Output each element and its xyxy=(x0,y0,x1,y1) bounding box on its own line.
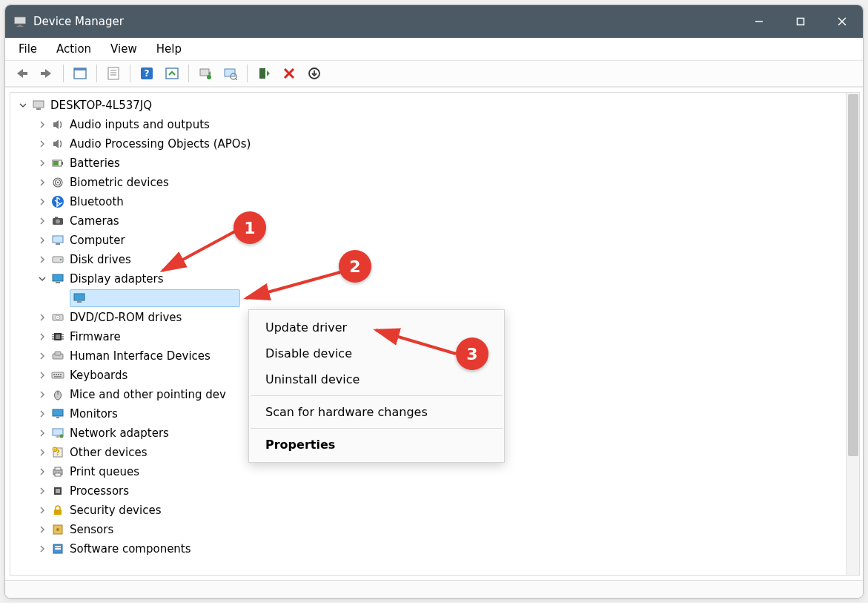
tree-category[interactable]: Audio Processing Objects (APOs) xyxy=(10,134,859,154)
chevron-right-icon[interactable] xyxy=(36,330,49,343)
chevron-right-icon[interactable] xyxy=(36,234,49,247)
ctx-disable-device[interactable]: Disable device xyxy=(249,340,504,366)
update-driver-button[interactable] xyxy=(193,63,217,84)
svg-rect-39 xyxy=(53,236,63,243)
help-button[interactable]: ? xyxy=(135,63,159,84)
tree-category[interactable]: Biometric devices xyxy=(10,173,859,192)
network-icon xyxy=(50,426,65,441)
svg-rect-30 xyxy=(62,162,63,165)
toolbar: ? xyxy=(5,60,863,87)
toolbar-separator xyxy=(188,65,189,82)
svg-rect-1 xyxy=(19,25,22,27)
ctx-properties[interactable]: Properties xyxy=(249,432,504,458)
unknown-icon: ?! xyxy=(50,445,65,460)
tree-category[interactable]: Display adapters xyxy=(10,269,859,289)
minimize-button[interactable] xyxy=(738,5,780,38)
tree-category[interactable]: Computer xyxy=(10,231,859,250)
tree-category-label: Cameras xyxy=(70,216,119,227)
tree-category[interactable]: Software components xyxy=(10,539,859,558)
printer-icon xyxy=(50,464,65,479)
chevron-right-icon[interactable] xyxy=(36,484,49,498)
refresh-button[interactable] xyxy=(160,63,184,84)
tree-category[interactable]: Security devices xyxy=(10,501,859,520)
tree-category-label: Audio Processing Objects (APOs) xyxy=(70,139,251,150)
disable-device-button[interactable] xyxy=(277,63,301,84)
tree-category-label: Software components xyxy=(70,544,191,555)
tree-category[interactable]: Audio inputs and outputs xyxy=(10,115,859,134)
tree-category-label: Disk drives xyxy=(70,254,131,266)
close-button[interactable] xyxy=(821,5,863,38)
chevron-right-icon[interactable] xyxy=(36,388,49,401)
forward-button[interactable] xyxy=(35,63,59,84)
svg-rect-38 xyxy=(55,217,58,219)
titlebar: Device Manager xyxy=(5,5,863,38)
tree-category[interactable]: Bluetooth xyxy=(10,192,859,211)
chevron-right-icon[interactable] xyxy=(36,137,49,151)
svg-rect-80 xyxy=(56,489,60,493)
tree-category-label: Firmware xyxy=(70,332,121,343)
vertical-scrollbar[interactable] xyxy=(846,93,859,575)
tree-category[interactable]: Cameras xyxy=(10,211,859,231)
chevron-right-icon[interactable] xyxy=(36,311,49,324)
sensor-icon xyxy=(50,522,65,537)
scroll-thumb[interactable] xyxy=(848,94,858,456)
fingerprint-icon xyxy=(50,175,65,190)
properties-button[interactable] xyxy=(102,63,125,84)
tree-category[interactable]: Sensors xyxy=(10,520,859,539)
chevron-right-icon[interactable] xyxy=(36,465,49,478)
menu-view[interactable]: View xyxy=(102,39,146,59)
back-button[interactable] xyxy=(10,63,33,84)
toolbar-separator xyxy=(247,65,248,82)
tree-category[interactable]: Processors xyxy=(10,481,859,501)
chevron-right-icon[interactable] xyxy=(36,504,49,517)
menu-file[interactable]: File xyxy=(10,39,46,59)
scan-hardware-button[interactable] xyxy=(219,63,242,84)
monitor-icon xyxy=(50,406,65,421)
chevron-right-icon[interactable] xyxy=(36,446,49,459)
ctx-scan-hardware[interactable]: Scan for hardware changes xyxy=(249,399,504,425)
svg-rect-28 xyxy=(36,108,41,110)
chevron-right-icon[interactable] xyxy=(36,214,49,228)
tree-category-label: Print queues xyxy=(70,467,139,478)
maximize-button[interactable] xyxy=(780,5,821,38)
chevron-right-icon[interactable] xyxy=(36,176,49,189)
svg-point-83 xyxy=(56,528,59,531)
tree-category[interactable]: Print queues xyxy=(10,462,859,481)
chevron-right-icon[interactable] xyxy=(36,156,49,170)
svg-point-37 xyxy=(56,220,60,224)
chevron-right-icon[interactable] xyxy=(36,118,49,131)
svg-point-34 xyxy=(57,182,59,183)
chevron-right-icon[interactable] xyxy=(36,349,49,363)
chevron-down-icon[interactable] xyxy=(36,272,49,286)
cdrom-icon xyxy=(50,310,65,325)
ctx-uninstall-device[interactable]: Uninstall device xyxy=(249,366,504,392)
chevron-down-icon[interactable] xyxy=(16,99,30,112)
menu-action[interactable]: Action xyxy=(47,39,100,59)
svg-rect-27 xyxy=(33,101,44,108)
tree-category-label: Monitors xyxy=(70,409,118,420)
chevron-right-icon[interactable] xyxy=(36,523,49,536)
mouse-icon xyxy=(50,387,65,402)
tree-category-label: Processors xyxy=(70,486,129,497)
chevron-right-icon[interactable] xyxy=(36,542,49,556)
tree-root[interactable]: DESKTOP-4L537JQ xyxy=(10,96,859,115)
chevron-right-icon[interactable] xyxy=(36,253,49,266)
uninstall-device-button[interactable] xyxy=(302,63,326,84)
chevron-right-icon[interactable] xyxy=(36,407,49,421)
keyboard-icon xyxy=(50,368,65,383)
tree-device[interactable] xyxy=(10,289,859,308)
ctx-update-driver[interactable]: Update driver xyxy=(249,314,504,340)
tree-category-label: Network adapters xyxy=(70,428,169,439)
enable-device-button[interactable] xyxy=(252,63,276,84)
show-hidden-button[interactable] xyxy=(68,63,92,84)
tree-category[interactable]: Disk drives xyxy=(10,250,859,269)
svg-rect-62 xyxy=(56,374,57,375)
svg-point-71 xyxy=(60,435,64,438)
chevron-right-icon[interactable] xyxy=(36,195,49,208)
chevron-right-icon[interactable] xyxy=(36,426,49,440)
ctx-separator xyxy=(251,395,503,396)
tree-category-label: Keyboards xyxy=(70,370,127,381)
tree-category[interactable]: Batteries xyxy=(10,154,859,173)
chevron-right-icon[interactable] xyxy=(36,369,49,382)
menu-help[interactable]: Help xyxy=(148,39,191,59)
